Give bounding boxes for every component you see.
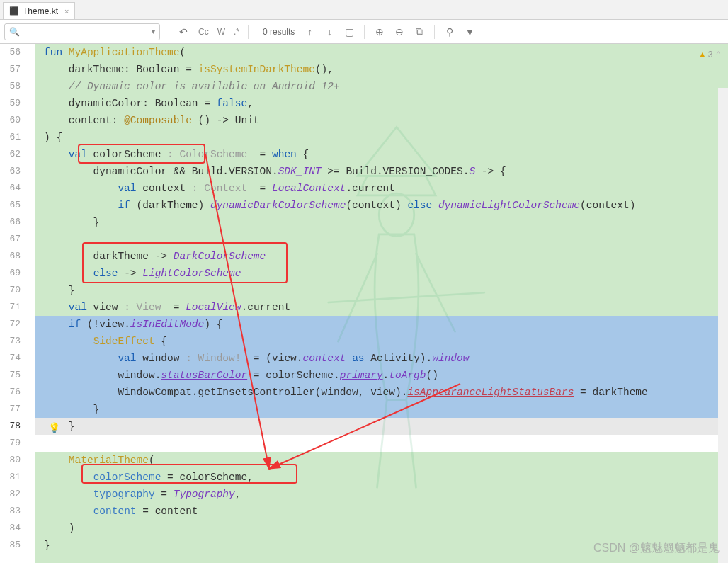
- results-count: 0 results: [263, 27, 295, 37]
- up-arrow-icon[interactable]: ↑: [302, 24, 317, 40]
- select-all-icon[interactable]: ▢: [341, 24, 357, 40]
- regex-button[interactable]: .*: [232, 27, 241, 37]
- gutter: 565758 596061 626364 656667 686970 71727…: [0, 44, 35, 563]
- select-occurrences-icon[interactable]: ⧉: [411, 24, 427, 40]
- find-toolbar: 🔍 ▾ ↶ Cc W .* 0 results ↑ ↓ ▢ ⊕ ⊖ ⧉ ⚲ ▼: [0, 20, 728, 44]
- filter-settings-icon[interactable]: ⚲: [442, 24, 457, 40]
- inspection-badge[interactable]: ▲ 3 ⌃: [700, 47, 721, 64]
- warning-icon: ▲: [700, 47, 705, 64]
- search-input[interactable]: 🔍 ▾: [4, 23, 160, 40]
- tab-theme-kt[interactable]: ⬛ Theme.kt ×: [3, 2, 75, 19]
- add-selection-icon[interactable]: ⊕: [372, 24, 387, 40]
- tab-bar: ⬛ Theme.kt ×: [0, 0, 728, 20]
- down-arrow-icon[interactable]: ↓: [322, 24, 337, 40]
- editor: 565758 596061 626364 656667 686970 71727…: [0, 44, 728, 563]
- close-icon[interactable]: ×: [64, 7, 69, 16]
- code-area[interactable]: ▲ 3 ⌃ fun MyApplicationTheme( darkTheme:…: [35, 44, 728, 563]
- tab-label: Theme.kt: [23, 6, 58, 16]
- prev-occurrence-icon[interactable]: ↶: [176, 24, 191, 40]
- vertical-scrollbar[interactable]: [718, 88, 728, 563]
- match-case-button[interactable]: Cc: [197, 27, 210, 37]
- chevron-down-icon[interactable]: ▾: [152, 28, 155, 35]
- remove-selection-icon[interactable]: ⊖: [392, 24, 407, 40]
- words-button[interactable]: W: [216, 27, 227, 37]
- search-icon: 🔍: [9, 27, 20, 37]
- kotlin-file-icon: ⬛: [9, 6, 19, 16]
- intention-bulb-icon[interactable]: 💡: [48, 420, 59, 431]
- filter-icon[interactable]: ▼: [462, 24, 477, 40]
